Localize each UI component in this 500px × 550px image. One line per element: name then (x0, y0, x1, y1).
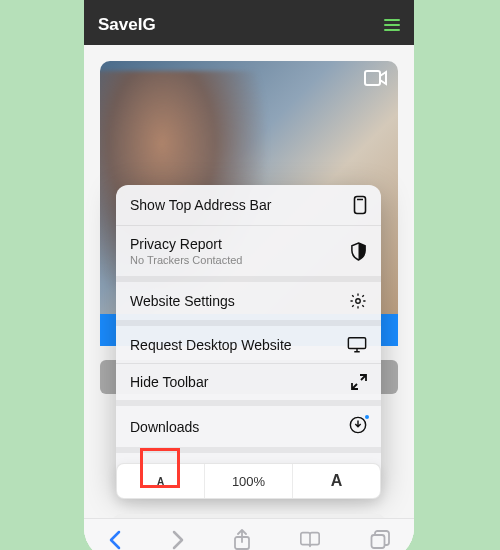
video-camera-icon (364, 69, 388, 91)
menu-show-top-address-bar[interactable]: Show Top Address Bar (116, 185, 381, 226)
svg-point-6 (356, 299, 361, 304)
expand-icon (351, 374, 367, 390)
menu-privacy-report[interactable]: Privacy Report No Trackers Contacted (116, 226, 381, 282)
download-circle-icon (349, 416, 367, 434)
back-button[interactable] (108, 530, 122, 550)
gear-icon (349, 292, 367, 310)
site-title: SaveIG (98, 15, 156, 35)
site-header: SaveIG (84, 5, 414, 45)
desktop-icon (347, 336, 367, 353)
share-button[interactable] (233, 529, 251, 551)
menu-request-desktop[interactable]: Request Desktop Website (116, 326, 381, 364)
phone-frame: 1:13 AM SaveIG Show Top Address Bar (84, 0, 414, 550)
zoom-in-button[interactable]: A (293, 464, 380, 498)
aa-popover-menu: Show Top Address Bar Privacy Report No T… (116, 185, 381, 491)
bookmarks-button[interactable] (299, 531, 321, 549)
addressbar-icon (353, 195, 367, 215)
hamburger-menu-icon[interactable] (384, 19, 400, 31)
svg-rect-7 (348, 338, 365, 349)
download-badge-dot (365, 415, 369, 419)
zoom-level[interactable]: 100% (205, 464, 293, 498)
zoom-bar: A 100% A (116, 463, 381, 499)
shield-icon (350, 242, 367, 261)
svg-rect-16 (371, 535, 384, 548)
svg-rect-3 (365, 71, 380, 85)
zoom-out-button[interactable]: A (117, 464, 205, 498)
tabs-button[interactable] (370, 530, 390, 550)
privacy-subtitle: No Trackers Contacted (130, 254, 243, 266)
menu-website-settings[interactable]: Website Settings (116, 282, 381, 326)
menu-downloads[interactable]: Downloads (116, 406, 381, 453)
browser-toolbar (84, 518, 414, 550)
menu-hide-toolbar[interactable]: Hide Toolbar (116, 364, 381, 406)
forward-button[interactable] (171, 530, 185, 550)
content-area: Show Top Address Bar Privacy Report No T… (84, 45, 414, 550)
